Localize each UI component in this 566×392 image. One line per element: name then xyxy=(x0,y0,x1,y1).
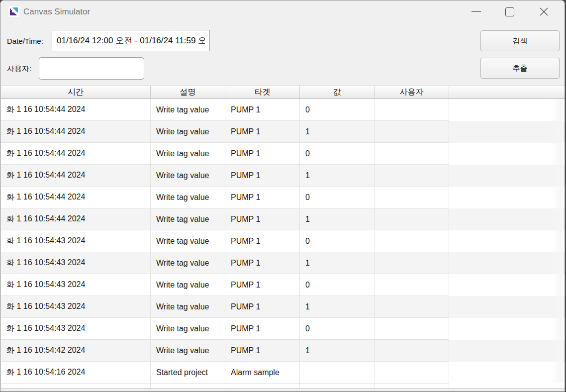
cell-time: 화 1 16 10:54:44 2024 xyxy=(1,99,151,121)
window-controls xyxy=(459,0,561,23)
cell-description: Write tag value xyxy=(151,99,225,121)
cell-value: 1 xyxy=(300,165,375,187)
extract-button[interactable]: 추출 xyxy=(480,58,560,79)
cell-user xyxy=(375,121,449,143)
cell-target: PUMP 1 xyxy=(225,340,300,362)
title-bar[interactable]: Canvas Simulator xyxy=(0,0,565,23)
datetime-label: Date/Time: xyxy=(7,37,43,45)
table-row[interactable]: 화 1 16 10:54:43 2024Write tag valuePUMP … xyxy=(1,318,565,340)
column-header-filler xyxy=(449,86,565,98)
cell-value: 0 xyxy=(300,274,375,296)
table-row[interactable]: 화 1 16 10:54:44 2024Write tag valuePUMP … xyxy=(1,165,565,187)
table-row[interactable]: 화 1 16 10:54:44 2024Write tag valuePUMP … xyxy=(1,187,565,208)
horizontal-scrollbar[interactable] xyxy=(1,389,565,392)
cell-time: 화 1 16 10:54:43 2024 xyxy=(1,318,151,340)
cell-description: Write tag value xyxy=(151,143,225,165)
cell-user xyxy=(375,208,449,230)
app-logo-icon xyxy=(8,6,19,17)
cell-description: Started project xyxy=(151,362,225,384)
cell-description: Write tag value xyxy=(151,274,225,296)
cell-target: Alarm sample xyxy=(225,362,300,384)
column-header-target[interactable]: 타겟 xyxy=(225,86,300,98)
table-row[interactable]: 화 1 16 10:54:43 2024Write tag valuePUMP … xyxy=(1,274,565,296)
cell-value: 0 xyxy=(300,99,375,121)
cell-target: PUMP 1 xyxy=(225,143,300,165)
cell-user xyxy=(375,187,449,208)
table-body: 화 1 16 10:54:44 2024Write tag valuePUMP … xyxy=(1,99,565,390)
cell-target: PUMP 1 xyxy=(225,99,300,121)
table-row[interactable]: 화 1 16 10:54:44 2024Write tag valuePUMP … xyxy=(1,121,565,143)
table-header-row: 시간 설명 타겟 값 사용자 xyxy=(1,86,565,98)
app-window: Canvas Simulator Date/Time: 사용자: 검색 추출 시… xyxy=(0,0,565,392)
cell-time: 화 1 16 10:54:44 2024 xyxy=(1,187,151,208)
cell-target: PUMP 1 xyxy=(225,296,300,318)
cell-target: PUMP 1 xyxy=(225,318,300,340)
cell-value: 1 xyxy=(300,121,375,143)
column-header-time[interactable]: 시간 xyxy=(1,86,151,98)
column-header-user[interactable]: 사용자 xyxy=(375,86,449,98)
vertical-scrollbar[interactable] xyxy=(550,99,563,383)
log-table: 시간 설명 타겟 값 사용자 화 1 16 10:54:44 2024Write… xyxy=(1,86,565,392)
user-label: 사용자: xyxy=(7,64,31,74)
cell-target: PUMP 1 xyxy=(225,208,300,230)
cell-value: 0 xyxy=(300,318,375,340)
table-row[interactable]: 화 1 16 10:54:16 2024Started projectAlarm… xyxy=(1,362,565,384)
cell-value xyxy=(300,362,375,384)
cell-time: 화 1 16 10:54:44 2024 xyxy=(1,143,151,165)
column-header-value[interactable]: 값 xyxy=(300,86,375,98)
cell-user xyxy=(375,340,449,362)
cell-value: 1 xyxy=(300,208,375,230)
minimize-button[interactable] xyxy=(465,0,487,23)
cell-time: 화 1 16 10:54:43 2024 xyxy=(1,296,151,318)
cell-time: 화 1 16 10:54:44 2024 xyxy=(1,165,151,187)
cell-target: PUMP 1 xyxy=(225,252,300,274)
cell-description: Write tag value xyxy=(151,318,225,340)
cell-user xyxy=(375,99,449,121)
cell-user xyxy=(375,274,449,296)
column-header-description[interactable]: 설명 xyxy=(151,86,225,98)
cell-target: PUMP 1 xyxy=(225,230,300,252)
cell-target: PUMP 1 xyxy=(225,165,300,187)
table-row[interactable]: 화 1 16 10:54:44 2024Write tag valuePUMP … xyxy=(1,99,565,121)
user-input[interactable] xyxy=(39,57,144,80)
table-row[interactable]: 화 1 16 10:54:43 2024Write tag valuePUMP … xyxy=(1,230,565,252)
cell-value: 0 xyxy=(300,143,375,165)
cell-value: 1 xyxy=(300,252,375,274)
cell-time: 화 1 16 10:54:43 2024 xyxy=(1,252,151,274)
maximize-icon xyxy=(505,7,514,16)
cell-target: PUMP 1 xyxy=(225,274,300,296)
cell-value: 0 xyxy=(300,187,375,208)
close-button[interactable] xyxy=(532,0,555,23)
cell-value: 1 xyxy=(300,340,375,362)
table-row[interactable]: 화 1 16 10:54:44 2024Write tag valuePUMP … xyxy=(1,208,565,230)
cell-description: Write tag value xyxy=(151,252,225,274)
window-title: Canvas Simulator xyxy=(23,0,90,23)
cell-value: 1 xyxy=(300,296,375,318)
datetime-range-input[interactable] xyxy=(52,30,210,51)
cell-time: 화 1 16 10:54:16 2024 xyxy=(1,362,151,384)
cell-user xyxy=(375,143,449,165)
cell-time: 화 1 16 10:54:43 2024 xyxy=(1,230,151,252)
cell-time: 화 1 16 10:54:44 2024 xyxy=(1,121,151,143)
table-row[interactable]: 화 1 16 10:54:44 2024Write tag valuePUMP … xyxy=(1,143,565,165)
table-row[interactable]: 화 1 16 10:54:42 2024Write tag valuePUMP … xyxy=(1,340,565,362)
cell-user xyxy=(375,252,449,274)
minimize-icon xyxy=(472,11,481,12)
maximize-button[interactable] xyxy=(498,0,521,23)
cell-user xyxy=(375,296,449,318)
cell-time: 화 1 16 10:54:42 2024 xyxy=(1,340,151,362)
cell-user xyxy=(375,230,449,252)
cell-target: PUMP 1 xyxy=(225,121,300,143)
cell-description: Write tag value xyxy=(151,121,225,143)
cell-description: Write tag value xyxy=(151,340,225,362)
cell-user xyxy=(375,362,449,384)
close-icon xyxy=(539,7,549,16)
cell-time: 화 1 16 10:54:44 2024 xyxy=(1,208,151,230)
table-row[interactable]: 화 1 16 10:54:43 2024Write tag valuePUMP … xyxy=(1,252,565,274)
table-row[interactable]: 화 1 16 10:54:43 2024Write tag valuePUMP … xyxy=(1,296,565,318)
search-button[interactable]: 검색 xyxy=(480,30,560,51)
cell-user xyxy=(375,165,449,187)
cell-description: Write tag value xyxy=(151,187,225,208)
cell-value: 0 xyxy=(300,230,375,252)
cell-user xyxy=(375,318,449,340)
